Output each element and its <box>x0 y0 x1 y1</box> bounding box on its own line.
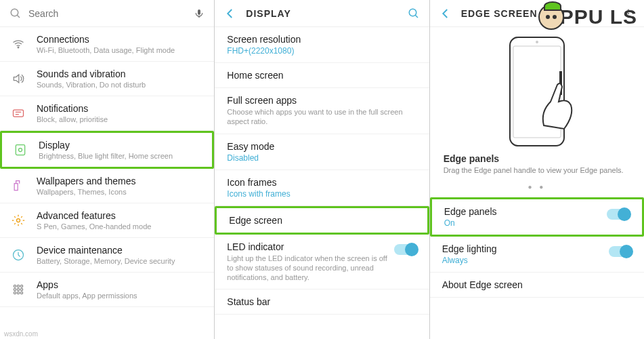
toggle-switch[interactable] <box>607 209 630 220</box>
settings-item-sounds-and-vibration[interactable]: Sounds and vibrationSounds, Vibration, D… <box>0 62 214 96</box>
svg-point-13 <box>14 285 16 287</box>
edge-panels-description: Drag the Edge panel handle to view your … <box>430 164 644 180</box>
display-icon <box>12 143 29 157</box>
wallpaper-icon <box>9 179 27 193</box>
item-subtitle: S Pen, Games, One-handed mode <box>37 222 205 231</box>
mic-icon[interactable] <box>194 8 205 19</box>
row-subtitle: Choose which apps you want to use in the… <box>227 107 416 127</box>
display-settings-panel: DISPLAY Screen resolutionFHD+(2220x1080)… <box>215 0 429 339</box>
item-title: Advanced features <box>37 210 205 221</box>
svg-point-15 <box>20 285 22 287</box>
svg-rect-2 <box>198 9 200 15</box>
sound-icon <box>9 72 27 85</box>
svg-point-0 <box>11 9 18 16</box>
svg-point-9 <box>19 148 22 152</box>
svg-point-14 <box>17 285 19 287</box>
page-title: DISPLAY <box>246 8 407 19</box>
item-subtitle: Default apps, App permissions <box>37 292 205 300</box>
row-subtitle: Light up the LED indicator when the scre… <box>227 254 388 283</box>
svg-rect-8 <box>16 145 24 155</box>
settings-item-display[interactable]: DisplayBrightness, Blue light filter, Ho… <box>0 131 214 169</box>
wifi-icon <box>9 37 27 51</box>
svg-rect-10 <box>14 184 18 191</box>
display-header: DISPLAY <box>215 0 429 27</box>
advanced-icon <box>9 214 27 227</box>
settings-item-advanced-features[interactable]: Advanced featuresS Pen, Games, One-hande… <box>0 203 214 238</box>
svg-rect-5 <box>14 110 24 117</box>
item-subtitle: Sounds, Vibration, Do not disturb <box>37 81 205 89</box>
item-subtitle: Wallpapers, Themes, Icons <box>37 188 205 196</box>
svg-point-20 <box>17 292 19 294</box>
brand-watermark: PPU LS <box>538 4 637 30</box>
settings-item-apps[interactable]: AppsDefault apps, App permissions <box>0 273 214 307</box>
item-title: Display <box>39 140 202 151</box>
item-subtitle: Wi-Fi, Bluetooth, Data usage, Flight mod… <box>37 46 205 54</box>
display-item-led-indicator[interactable]: LED indicatorLight up the LED indicator … <box>215 235 429 290</box>
notif-icon <box>9 106 27 120</box>
item-subtitle: Brightness, Blue light filter, Home scre… <box>39 152 202 160</box>
search-icon[interactable] <box>408 7 420 20</box>
page-indicator: ● ● <box>430 180 644 197</box>
item-title: Notifications <box>37 103 205 114</box>
search-input[interactable] <box>28 8 194 19</box>
svg-point-30 <box>536 41 538 43</box>
display-item-edge-screen[interactable]: Edge screen <box>215 206 429 235</box>
item-title: Wallpapers and themes <box>37 176 205 186</box>
item-title: Connections <box>37 34 205 45</box>
item-subtitle: Battery, Storage, Memory, Device securit… <box>37 257 205 265</box>
source-watermark: wsxdn.com <box>4 330 38 338</box>
row-title: Home screen <box>227 70 416 81</box>
svg-point-16 <box>14 288 16 290</box>
row-value: Disabled <box>227 153 416 163</box>
item-subtitle: Block, allow, prioritise <box>37 115 205 123</box>
item-title: Device maintenance <box>37 245 205 256</box>
row-value: On <box>444 218 601 228</box>
item-title: Apps <box>37 279 205 290</box>
svg-point-21 <box>20 292 22 294</box>
edge-item-edge-lighting[interactable]: Edge lightingAlways <box>430 237 644 273</box>
svg-point-11 <box>17 219 20 222</box>
phone-illustration <box>430 27 644 153</box>
row-title: Full screen apps <box>227 95 416 106</box>
back-icon[interactable] <box>224 7 236 20</box>
display-item-icon-frames[interactable]: Icon framesIcons with frames <box>215 170 429 206</box>
row-value: FHD+(2220x1080) <box>227 46 416 56</box>
display-item-easy-mode[interactable]: Easy modeDisabled <box>215 134 429 170</box>
row-title: Edge screen <box>229 215 414 226</box>
search-icon <box>9 7 22 20</box>
svg-point-3 <box>18 47 19 48</box>
row-title: Icon frames <box>227 177 416 188</box>
display-item-full-screen-apps[interactable]: Full screen appsChoose which apps you wa… <box>215 88 429 134</box>
toggle-switch[interactable] <box>394 244 417 255</box>
row-title: Screen resolution <box>227 34 416 45</box>
back-icon[interactable] <box>439 7 452 20</box>
row-title: Edge lighting <box>442 243 603 254</box>
settings-item-connections[interactable]: ConnectionsWi-Fi, Bluetooth, Data usage,… <box>0 27 214 62</box>
display-item-screen-resolution[interactable]: Screen resolutionFHD+(2220x1080) <box>215 27 429 63</box>
item-title: Sounds and vibration <box>37 68 205 79</box>
display-item-home-screen[interactable]: Home screen <box>215 63 429 88</box>
edge-item-about-edge-screen[interactable]: About Edge screen <box>430 273 644 298</box>
edge-item-edge-panels[interactable]: Edge panelsOn <box>430 197 644 237</box>
row-title: Edge panels <box>444 206 601 217</box>
settings-item-wallpapers-and-themes[interactable]: Wallpapers and themesWallpapers, Themes,… <box>0 169 214 203</box>
row-title: Easy mode <box>227 141 416 152</box>
svg-marker-4 <box>14 75 18 83</box>
row-value: Icons with frames <box>227 189 416 199</box>
logo-face-icon <box>538 4 564 30</box>
svg-line-23 <box>415 15 418 18</box>
settings-item-device-maintenance[interactable]: Device maintenanceBattery, Storage, Memo… <box>0 238 214 273</box>
row-value: Always <box>442 256 603 265</box>
row-title: About Edge screen <box>442 279 626 290</box>
display-item-status-bar[interactable]: Status bar <box>215 290 429 315</box>
toggle-switch[interactable] <box>609 246 632 257</box>
settings-item-notifications[interactable]: NotificationsBlock, allow, prioritise <box>0 96 214 131</box>
svg-line-1 <box>17 15 20 18</box>
search-bar[interactable] <box>0 0 214 27</box>
svg-point-22 <box>409 9 416 16</box>
svg-point-18 <box>20 288 22 290</box>
svg-point-17 <box>17 288 19 290</box>
apps-icon <box>9 283 27 296</box>
maintenance-icon <box>9 248 27 262</box>
svg-point-19 <box>14 292 16 294</box>
